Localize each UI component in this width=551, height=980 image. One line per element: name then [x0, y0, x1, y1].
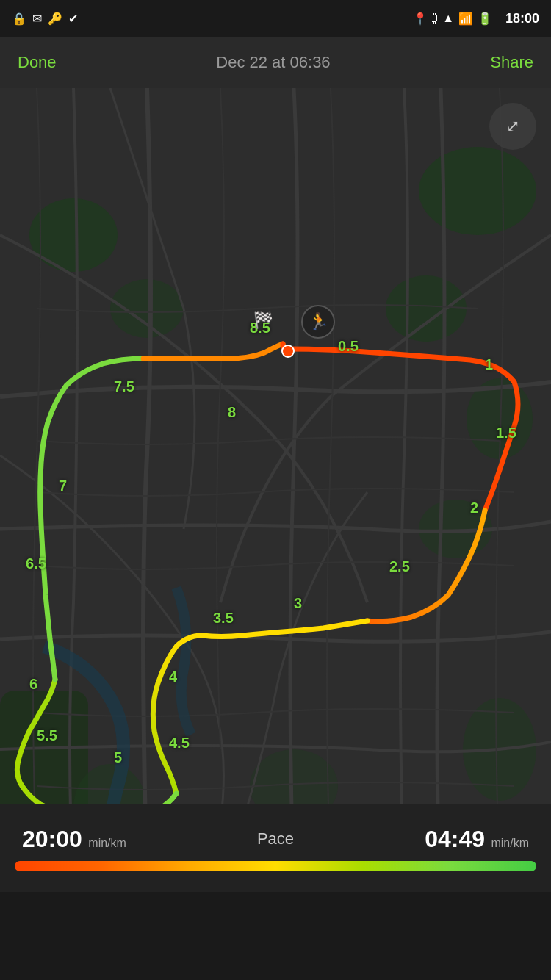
route-overlay [0, 88, 551, 892]
status-bar: 🔒 ✉ 🔑 ✔ 📍 ₿ ▲ 📶 🔋 18:00 [0, 0, 551, 37]
km-label-km1: 1 [485, 356, 493, 373]
wifi-icon: ▲ [442, 12, 454, 25]
mail-icon: ✉ [32, 12, 42, 26]
activity-title: Dec 22 at 06:36 [216, 53, 330, 72]
lock-icon: 🔒 [12, 12, 26, 26]
km-label-km7_5: 7.5 [114, 378, 134, 395]
nav-bar: Done Dec 22 at 06:36 Share [0, 37, 551, 88]
right-stat: 04:49 min/km [425, 826, 529, 853]
runner-icon: 🏃 [301, 305, 335, 339]
signal-icon: 📶 [458, 12, 473, 26]
km-label-km1_5: 1.5 [496, 425, 516, 442]
right-stat-value: 04:49 [425, 826, 485, 852]
km-label-km3_5: 3.5 [213, 610, 234, 627]
status-icons-right: 📍 ₿ ▲ 📶 🔋 [413, 12, 492, 26]
battery-icon: 🔋 [478, 12, 492, 26]
km-label-km0_5: 0.5 [338, 338, 359, 355]
km-label-km5: 5 [114, 749, 122, 766]
pace-label: Pace [257, 829, 294, 849]
km-label-km2: 2 [470, 500, 478, 516]
key-icon: 🔑 [48, 12, 62, 26]
km-label-km2_5: 2.5 [389, 558, 410, 575]
stats-bar: 20:00 min/km Pace 04:49 min/km [0, 804, 551, 892]
km-label-km6: 6 [29, 676, 37, 693]
km-label-km7: 7 [59, 478, 67, 494]
map-container: 0.511.522.533.544.555.566.577.588.5 ⤢ 🏃 … [0, 88, 551, 892]
done-button[interactable]: Done [18, 53, 57, 72]
km-label-km4_5: 4.5 [169, 735, 190, 752]
check-icon: ✔ [68, 12, 78, 26]
status-time: 18:00 [505, 11, 539, 26]
km-label-km8: 8 [228, 404, 236, 421]
left-stat-unit: min/km [88, 837, 126, 849]
expand-button[interactable]: ⤢ [489, 103, 536, 150]
svg-point-12 [282, 345, 294, 357]
expand-icon: ⤢ [506, 118, 519, 134]
location-icon: 📍 [413, 12, 428, 26]
share-button[interactable]: Share [490, 53, 533, 72]
stats-row: 20:00 min/km Pace 04:49 min/km [0, 817, 551, 861]
km-label-km6_5: 6.5 [26, 555, 46, 572]
left-stat: 20:00 min/km [22, 826, 126, 853]
runner-emoji: 🏃 [309, 312, 328, 331]
km-label-km5_5: 5.5 [37, 727, 57, 744]
km-label-km4: 4 [169, 669, 177, 685]
km-label-km3: 3 [294, 595, 302, 612]
right-stat-unit: min/km [491, 837, 529, 849]
bluetooth-icon: ₿ [432, 12, 438, 25]
status-icons-left: 🔒 ✉ 🔑 ✔ [12, 12, 78, 26]
start-flag-icon: 🏁 [253, 311, 273, 330]
pace-gradient-bar [15, 861, 536, 871]
left-stat-value: 20:00 [22, 826, 82, 852]
